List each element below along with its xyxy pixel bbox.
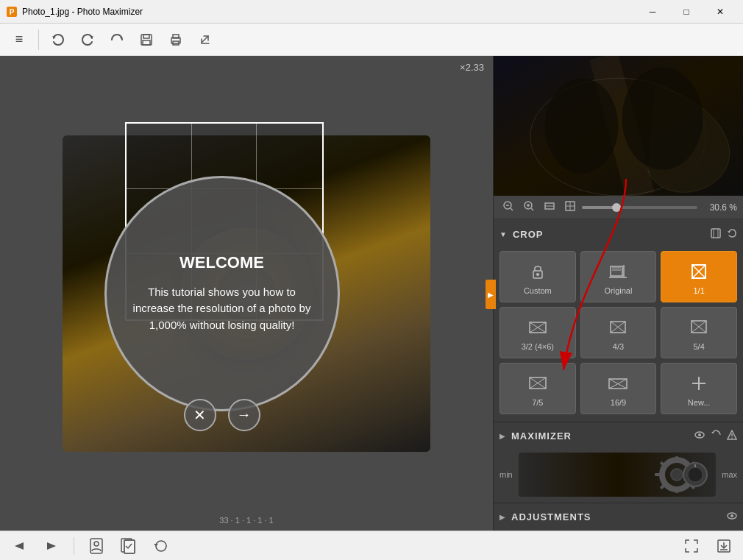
crop-corner-tl[interactable] (125, 122, 134, 131)
ratio43-label: 4/3 (613, 342, 624, 351)
panel-scroll-indicator[interactable]: ▶ (486, 280, 496, 309)
maximizer-expand-arrow[interactable]: ▶ (500, 432, 505, 440)
next-photo-button[interactable] (38, 536, 65, 556)
maximizer-warning-button[interactable] (727, 430, 737, 442)
svg-rect-3 (143, 35, 149, 38)
print-button[interactable] (163, 26, 189, 53)
svg-rect-66 (675, 456, 678, 462)
crop-option-5-4[interactable]: 5/4 (661, 307, 737, 358)
main-toolbar: ≡ (0, 24, 743, 56)
export-button[interactable] (711, 536, 737, 556)
ratio169-label: 16/9 (611, 398, 626, 407)
tutorial-title: WELCOME (179, 253, 264, 272)
save-button[interactable] (133, 26, 160, 53)
next-tutorial-button[interactable]: → (228, 399, 260, 431)
window-controls: ─ □ ✕ (636, 0, 737, 24)
crop-collapse-arrow[interactable]: ▼ (500, 230, 507, 238)
rotate-button[interactable] (148, 536, 174, 556)
rotate-icon (154, 539, 168, 553)
fit-page-icon (564, 200, 576, 212)
crop-section: ▼ CROP (494, 219, 743, 422)
redo2-button[interactable] (104, 26, 130, 53)
prev-photo-button[interactable] (6, 536, 32, 556)
custom-icon (526, 260, 550, 283)
adjustments-header[interactable]: ▶ ADJUSTMENTS (494, 503, 743, 531)
adjustments-eye-icon (727, 511, 737, 521)
canvas-content[interactable]: WELCOME This tutorial shows you how to i… (0, 56, 493, 531)
crop-option-1-1[interactable]: 1/1 (661, 251, 737, 302)
minimize-button[interactable]: ─ (636, 0, 669, 24)
app-icon: P (6, 6, 18, 18)
crop-option-16-9[interactable]: 16/9 (580, 363, 657, 414)
crop-option-custom[interactable]: Custom (500, 251, 576, 302)
ratio32-label: 3/2 (4×6) (522, 342, 554, 351)
overlay-buttons: ✕ → (184, 399, 260, 431)
adjustments-expand-arrow[interactable]: ▶ (500, 513, 505, 521)
crop-option-original[interactable]: Original (580, 251, 657, 302)
zoom-in-button[interactable] (520, 199, 538, 216)
svg-rect-68 (655, 473, 661, 476)
crop-section-header: ▼ CROP (500, 225, 737, 244)
svg-point-29 (536, 273, 539, 276)
maximizer-undo-button[interactable] (711, 430, 721, 442)
svg-point-75 (688, 467, 703, 482)
fullscreen-icon (684, 539, 699, 553)
crop-option-4-3[interactable]: 4/3 (580, 307, 657, 358)
crop-corner-tr[interactable] (315, 122, 324, 131)
preview-watch (494, 56, 743, 196)
share-button[interactable] (192, 26, 218, 53)
maximizer-visibility-button[interactable] (694, 430, 705, 442)
main-layout: ×2.33 (0, 56, 743, 531)
full-screen-button[interactable] (678, 536, 705, 556)
portrait-button[interactable] (83, 536, 110, 556)
maximize-button[interactable]: □ (669, 0, 703, 24)
ratio32-icon (526, 316, 550, 339)
close-button[interactable]: ✕ (703, 0, 737, 24)
adjustments-title: ADJUSTMENTS (511, 511, 721, 522)
zoom-out-button[interactable] (500, 199, 517, 216)
fit-width-button[interactable] (541, 199, 558, 216)
crop-reset-button[interactable] (711, 228, 721, 241)
maximizer-undo-icon (711, 430, 721, 440)
gears-svg (651, 453, 710, 497)
crop-option-new[interactable]: New... (661, 363, 737, 414)
crop-undo-button[interactable] (727, 228, 737, 241)
zoom-percent: 30.6 % (700, 202, 737, 213)
print-icon (168, 32, 183, 47)
ratio75-label: 7/5 (532, 398, 543, 407)
tutorial-text: This tutorial shows you how to increase … (129, 284, 316, 334)
scroll-arrow-icon: ▶ (488, 291, 494, 299)
zoom-slider[interactable] (582, 206, 697, 209)
save-icon (139, 32, 154, 47)
close-tutorial-button[interactable]: ✕ (184, 399, 216, 431)
fit-page-button[interactable] (561, 199, 579, 216)
ratio75-icon (526, 372, 550, 395)
svg-rect-67 (675, 487, 678, 493)
adjustments-visibility-button[interactable] (727, 511, 737, 523)
undo-icon (51, 32, 65, 47)
svg-line-15 (511, 208, 513, 210)
batch-button[interactable] (115, 536, 142, 556)
coordinates-display: 33 · 1 · 1 · 1 · 1 (219, 516, 273, 525)
share-icon (198, 32, 213, 47)
crop-option-3-2[interactable]: 3/2 (4×6) (500, 307, 576, 358)
crop-option-7-5[interactable]: 7/5 (500, 363, 576, 414)
undo-button[interactable] (45, 26, 71, 53)
window-title: Photo_1.jpg - Photo Maximizer (22, 7, 636, 17)
eye-icon (694, 430, 705, 440)
crop-resize-icon (711, 228, 721, 238)
adjustments-section: ▶ ADJUSTMENTS (494, 503, 743, 531)
titlebar: P Photo_1.jpg - Photo Maximizer ─ □ ✕ (0, 0, 743, 24)
maximizer-header[interactable]: ▶ MAXIMIZER (494, 422, 743, 450)
svg-point-12 (622, 67, 703, 170)
svg-point-11 (545, 78, 619, 174)
menu-button[interactable]: ≡ (6, 26, 32, 53)
ratio169-icon (606, 372, 630, 395)
preview-svg (494, 56, 743, 196)
batch-icon (120, 538, 138, 554)
canvas-area: ×2.33 (0, 56, 493, 531)
original-label: Original (605, 286, 633, 295)
redo-button[interactable] (74, 26, 101, 53)
prev-icon (14, 541, 24, 551)
maximizer-title: MAXIMIZER (511, 430, 689, 442)
